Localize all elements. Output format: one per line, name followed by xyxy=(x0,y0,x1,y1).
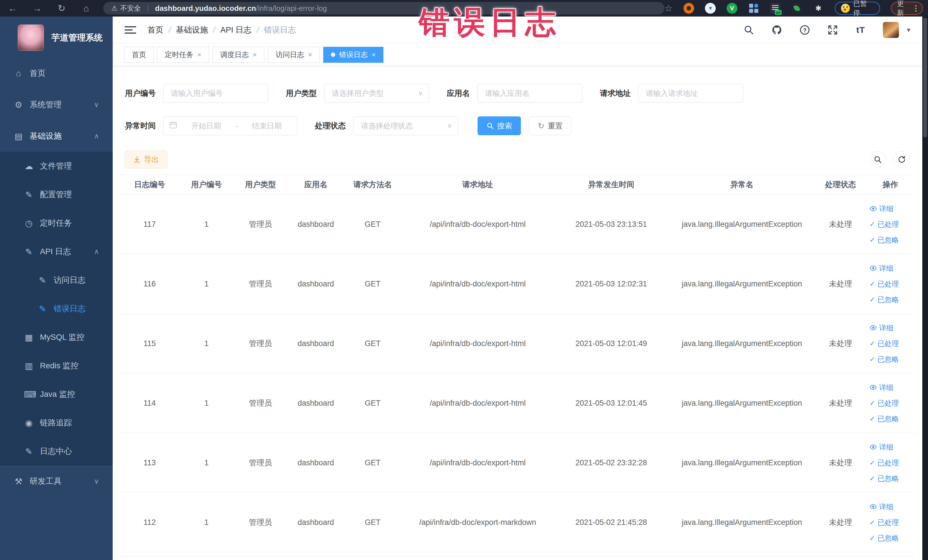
date-range-picker[interactable]: 开始日期 - 结束日期 xyxy=(163,116,297,135)
fullscreen-icon[interactable] xyxy=(827,24,838,36)
sidebar-menu-item[interactable]: ⚙ 系统管理 ∨ xyxy=(0,89,113,121)
breadcrumb-item[interactable]: 错误日志 xyxy=(264,24,296,35)
mark-ignored-link[interactable]: ✓已忽略 xyxy=(870,414,899,424)
mark-processed-link[interactable]: ✓已处理 xyxy=(870,279,899,289)
back-icon[interactable]: ← xyxy=(8,3,18,14)
view-tab[interactable]: 错误日志 × xyxy=(323,47,383,63)
avatar[interactable] xyxy=(883,22,899,38)
detail-link[interactable]: 详细 xyxy=(870,502,893,511)
cell-time: 2021-05-02 21:45:28 xyxy=(554,518,668,527)
mark-processed-link[interactable]: ✓已处理 xyxy=(870,398,899,408)
filter-input[interactable] xyxy=(163,84,268,103)
github-icon[interactable] xyxy=(771,24,783,36)
extension-icon[interactable] xyxy=(684,3,694,14)
page-scrollbar[interactable] xyxy=(922,17,928,560)
sidebar-menu-item[interactable]: ✎ 配置管理 xyxy=(0,180,113,209)
breadcrumb-item[interactable]: API 日志 xyxy=(221,24,252,35)
home-icon[interactable]: ⌂ xyxy=(81,3,91,14)
eye-icon xyxy=(870,503,877,510)
sidebar-fold-icon[interactable] xyxy=(125,26,136,34)
breadcrumb-item[interactable]: 基础设施 xyxy=(176,24,208,35)
detail-link[interactable]: 详细 xyxy=(870,264,893,273)
extension-icon[interactable]: ▼ xyxy=(705,3,716,14)
menu-icon: ⌨ xyxy=(24,389,34,400)
mark-ignored-link[interactable]: ✓已忽略 xyxy=(870,295,899,304)
mark-processed-link[interactable]: ✓已处理 xyxy=(870,518,899,527)
export-button[interactable]: 导出 xyxy=(125,151,167,168)
cell-time: 2021-05-03 23:13:51 xyxy=(554,220,668,229)
mark-ignored-link[interactable]: ✓已忽略 xyxy=(870,235,899,245)
refresh-table-icon[interactable] xyxy=(893,151,910,168)
sidebar-menu-item[interactable]: ⌨ Java 监控 xyxy=(0,380,113,409)
cell-user-id: 1 xyxy=(179,279,234,288)
search-icon[interactable] xyxy=(743,24,754,36)
view-tab[interactable]: 定时任务 × xyxy=(157,47,209,63)
mark-processed-link[interactable]: ✓已处理 xyxy=(870,458,899,468)
mark-ignored-link[interactable]: ✓已忽略 xyxy=(870,474,899,483)
screen: ← → ↻ ⌂ ⚠ 不安全 dashboard.yudao.iocoder.cn… xyxy=(0,0,928,560)
detail-link[interactable]: 详细 xyxy=(870,443,893,452)
menu-icon: ◷ xyxy=(24,218,34,228)
reload-icon[interactable]: ↻ xyxy=(56,3,67,14)
mark-processed-link[interactable]: ✓已处理 xyxy=(870,220,899,229)
bookmark-star-icon[interactable]: ☆ xyxy=(664,3,673,14)
filter-input[interactable] xyxy=(324,84,429,103)
extension-icon[interactable]: V xyxy=(727,3,737,14)
browser-menu-icon[interactable] xyxy=(915,5,917,12)
cell-app-name: dashboard xyxy=(288,458,344,467)
sidebar-menu-item[interactable]: ✎ 访问日志 xyxy=(0,266,113,294)
breadcrumb-item[interactable]: 首页 xyxy=(148,24,163,35)
sidebar-logo-row[interactable]: 芋道管理系统 xyxy=(0,17,113,58)
status-select[interactable] xyxy=(353,116,458,135)
extension-icon[interactable]: on xyxy=(770,3,781,14)
paused-extension-pill[interactable]: 已暂停 xyxy=(835,2,880,15)
menu-label: 链路追踪 xyxy=(40,417,72,428)
check-icon: ✓ xyxy=(870,296,875,304)
table-body: 117 1 管理员 dashboard GET /api/infra/db-do… xyxy=(120,195,915,552)
tab-close-icon[interactable]: × xyxy=(372,51,376,59)
sidebar-menu-item[interactable]: ◉ 链路追踪 xyxy=(0,409,113,437)
cell-user-type: 管理员 xyxy=(234,458,287,468)
extension-icon[interactable]: ✱ xyxy=(813,3,824,14)
view-tab[interactable]: 首页 xyxy=(124,47,154,63)
mark-processed-link[interactable]: ✓已处理 xyxy=(870,339,899,348)
font-size-icon[interactable]: tT xyxy=(855,24,866,36)
detail-link[interactable]: 详细 xyxy=(870,383,893,392)
help-icon[interactable]: ? xyxy=(799,24,810,36)
forward-icon[interactable]: → xyxy=(32,3,42,14)
sidebar-menu-item[interactable]: ▦ MySQL 监控 xyxy=(0,323,113,351)
menu-label: 定时任务 xyxy=(40,218,72,229)
tab-close-icon[interactable]: × xyxy=(308,51,312,59)
sidebar-menu-item[interactable]: ▥ Redis 监控 xyxy=(0,351,113,380)
avatar-caret-icon[interactable]: ▾ xyxy=(907,26,910,34)
scrollbar-thumb[interactable] xyxy=(923,18,927,137)
mark-ignored-link[interactable]: ✓已忽略 xyxy=(870,534,899,543)
view-tab[interactable]: 访问日志 × xyxy=(268,47,320,63)
browser-update-button[interactable]: 更新 xyxy=(891,2,923,15)
sidebar-menu-item[interactable]: ✎ 错误日志 xyxy=(0,294,113,323)
cell-user-id: 1 xyxy=(179,518,234,527)
sidebar-menu-item[interactable]: ⚒ 研发工具 ∨ xyxy=(0,465,113,497)
extension-icon[interactable] xyxy=(791,3,802,14)
filter-input[interactable] xyxy=(477,84,582,103)
search-button[interactable]: 搜索 xyxy=(478,116,521,135)
toggle-search-icon[interactable] xyxy=(870,151,886,168)
sidebar-menu-item[interactable]: ☁ 文件管理 xyxy=(0,152,113,180)
view-tab[interactable]: 调度日志 × xyxy=(212,47,264,63)
filter-input[interactable] xyxy=(638,84,743,103)
cell-operations: 详细 ✓已处理 ✓已忽略 xyxy=(865,502,915,543)
sidebar-menu-item[interactable]: ✎ 日志中心 xyxy=(0,437,113,465)
extension-icon[interactable] xyxy=(748,3,759,14)
detail-link[interactable]: 详细 xyxy=(870,323,893,333)
tab-close-icon[interactable]: × xyxy=(197,51,201,59)
reset-button[interactable]: ↻ 重置 xyxy=(529,116,571,135)
cell-app-name: dashboard xyxy=(288,279,344,288)
sidebar-menu-item[interactable]: ✎ API 日志 ∧ xyxy=(0,237,113,266)
tab-close-icon[interactable]: × xyxy=(253,51,257,59)
detail-link[interactable]: 详细 xyxy=(870,204,893,214)
sidebar-menu-item[interactable]: ▤ 基础设施 ∧ xyxy=(0,121,113,152)
sidebar-menu-item[interactable]: ◷ 定时任务 xyxy=(0,209,113,237)
address-bar[interactable]: ⚠ 不安全 dashboard.yudao.iocoder.cn/infra/l… xyxy=(103,2,664,15)
sidebar-menu-item[interactable]: ⌂ 首页 xyxy=(0,58,113,89)
mark-ignored-link[interactable]: ✓已忽略 xyxy=(870,355,899,364)
